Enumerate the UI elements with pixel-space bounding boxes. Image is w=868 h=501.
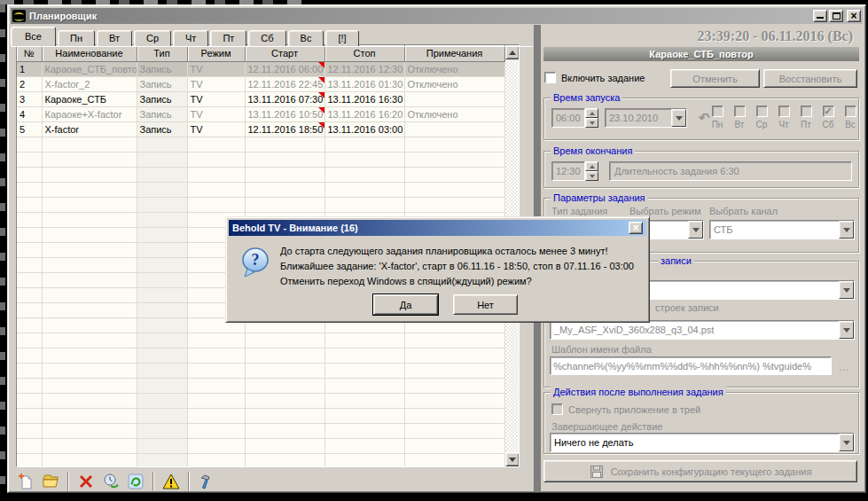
dropdown-button[interactable] <box>839 221 854 239</box>
channel-combo[interactable]: СТБ <box>709 220 855 239</box>
day-checkbox-Чт[interactable] <box>778 106 790 117</box>
cell-note: Отключено <box>404 61 504 76</box>
end-time-group-title: Время окончания <box>551 145 635 156</box>
tools-button[interactable] <box>194 471 219 492</box>
day-checkbox-Вт[interactable] <box>734 106 746 117</box>
start-date-combo[interactable]: 23.10.2010 <box>605 108 687 128</box>
end-time-spinner[interactable]: 12:30 <box>551 161 598 181</box>
close-button[interactable]: × <box>847 10 861 22</box>
dialog-body: ? До старта следующего задания планировщ… <box>226 236 649 322</box>
tab-Пт[interactable]: Пт <box>210 30 246 46</box>
tab-Сб[interactable]: Сб <box>248 30 285 46</box>
column-header[interactable]: Режим <box>187 45 245 61</box>
tab-[!][interactable]: [!] <box>325 30 358 46</box>
empty-row <box>17 438 504 453</box>
scroll-down-button[interactable] <box>505 452 520 466</box>
column-header[interactable]: Стоп <box>325 45 404 61</box>
tab-Ср[interactable]: Ср <box>134 30 171 46</box>
delete-task-button[interactable] <box>74 471 98 492</box>
save-icon <box>590 465 604 479</box>
warning-icon <box>162 473 180 490</box>
column-header[interactable]: № <box>17 45 42 61</box>
tab-Пн[interactable]: Пн <box>58 30 95 46</box>
task-row[interactable]: 4Караоке+X-factorЗаписьTV13.11.2016 10:5… <box>17 106 504 121</box>
warning-button[interactable] <box>159 471 184 492</box>
new-task-button[interactable] <box>13 471 38 492</box>
post-actions-group: Действия после выполнения задания Сверну… <box>543 392 859 454</box>
refresh-button[interactable] <box>123 471 148 492</box>
task-row[interactable]: 1Караоке_СТБ_повторЗаписьTV12.11.2016 06… <box>17 61 504 76</box>
empty-row <box>17 363 504 378</box>
alarm-marker <box>318 122 325 129</box>
date-dropdown-button[interactable] <box>671 109 686 127</box>
save-config-button[interactable]: Сохранить конфигурацию текущего задания <box>543 460 857 482</box>
task-row[interactable]: 3Караоке_СТБЗаписьTV13.11.2016 07:3013.1… <box>17 91 504 106</box>
time-down-button[interactable] <box>585 118 598 128</box>
browse-button[interactable]: ... <box>839 362 849 372</box>
start-date-value: 23.10.2010 <box>606 109 671 127</box>
cell-name: X-factor <box>42 121 137 137</box>
end-time-value[interactable]: 12:30 <box>551 161 585 181</box>
day-checkbox-Пн[interactable] <box>712 106 723 117</box>
dialog-yes-button[interactable]: Да <box>373 294 438 315</box>
schedule-run-button[interactable] <box>98 471 123 492</box>
toolbar-separator <box>188 472 190 491</box>
svg-text:?: ? <box>252 251 260 269</box>
cell-start: 12.11.2016 22:45 <box>245 76 325 91</box>
time-up-button[interactable] <box>585 161 598 171</box>
app-icon <box>12 10 26 22</box>
record-group-title-fragment: записи <box>658 255 694 266</box>
task-row[interactable]: 2X-factor_2ЗаписьTV12.11.2016 22:4513.11… <box>17 76 504 91</box>
day-Вт: Вт <box>733 106 746 129</box>
cancel-button[interactable]: Отменить <box>670 69 760 88</box>
day-checkbox-Ср[interactable] <box>756 106 768 117</box>
tab-Вт[interactable]: Вт <box>97 30 132 46</box>
dialog-no-button[interactable]: Нет <box>453 294 518 315</box>
cell-start: 12.11.2016 06:00 <box>245 61 325 76</box>
scroll-down-icon <box>509 458 516 466</box>
dialog-close-button[interactable]: × <box>629 222 643 234</box>
column-header[interactable]: Тип <box>137 45 187 61</box>
cell-stop: 13.11.2016 16:30 <box>325 91 404 106</box>
time-down-button[interactable] <box>585 171 598 181</box>
minimize-button[interactable] <box>813 10 827 22</box>
enable-task-label: Включить задание <box>561 73 645 83</box>
close-icon: × <box>850 12 856 20</box>
tab-Чт[interactable]: Чт <box>173 30 208 46</box>
dropdown-button[interactable] <box>839 321 854 339</box>
task-row[interactable]: 5X-factorЗаписьTV12.11.2016 18:5013.11.2… <box>17 121 504 137</box>
tab-baseline <box>12 46 533 47</box>
start-time-value[interactable]: 06:00 <box>551 108 585 128</box>
tab-Вс[interactable]: Вс <box>288 30 325 46</box>
restore-button[interactable]: Восстановить <box>763 69 857 88</box>
column-header[interactable]: Примечания <box>404 45 504 61</box>
scroll-up-button[interactable] <box>505 45 520 59</box>
dropdown-button[interactable] <box>688 221 703 239</box>
day-checkbox-Вс[interactable] <box>845 106 856 117</box>
column-header[interactable]: Старт <box>245 45 325 61</box>
enable-task-checkbox[interactable] <box>544 72 556 83</box>
dialog-message-line2: Ближайшее задание: 'X-factor', старт в 0… <box>280 261 634 271</box>
tab-Все[interactable]: Все <box>11 27 56 46</box>
window-title: Планировщик <box>29 11 813 21</box>
record-preset-combo[interactable]: _My_ASF_XviD_360x288_q3_04.pst <box>550 320 855 340</box>
undo-icon[interactable]: ↶ <box>699 110 710 126</box>
dropdown-button[interactable] <box>839 434 854 451</box>
time-up-button[interactable] <box>585 108 598 118</box>
start-time-spinner[interactable]: 06:00 <box>551 108 598 128</box>
filename-template-input[interactable] <box>550 356 832 375</box>
maximize-icon <box>833 12 841 20</box>
day-checkbox-Сб[interactable]: ✓ <box>823 106 834 117</box>
minimize-to-tray-label: Свернуть приложение в трей <box>568 404 700 415</box>
cell-mode: TV <box>187 61 245 76</box>
final-action-combo[interactable]: Ничего не делать <box>550 433 855 452</box>
dropdown-button[interactable] <box>839 281 854 299</box>
maximize-button[interactable] <box>829 10 843 22</box>
cell-note: Отключено <box>404 76 504 91</box>
empty-row <box>17 152 504 167</box>
open-task-button[interactable] <box>38 471 63 492</box>
minimize-to-tray-checkbox[interactable] <box>551 403 563 415</box>
empty-row <box>17 378 504 393</box>
column-header[interactable]: Наименование <box>42 45 137 61</box>
day-checkbox-Пт[interactable] <box>801 106 812 117</box>
